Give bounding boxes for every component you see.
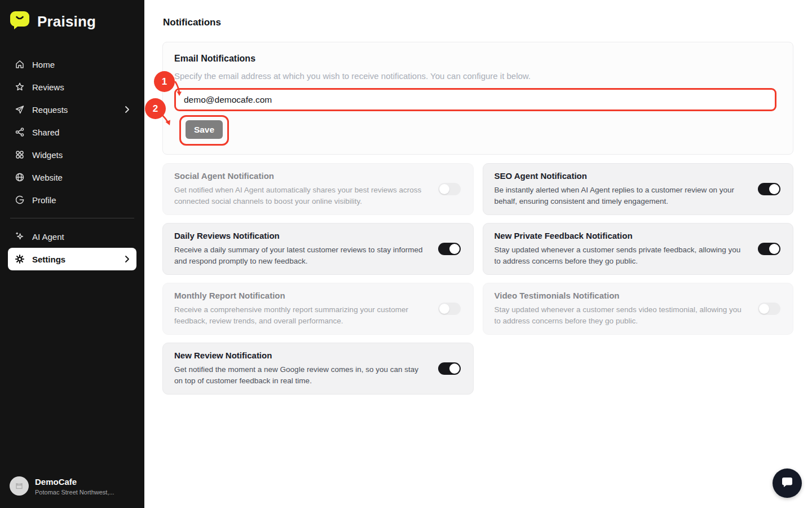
send-icon bbox=[15, 104, 25, 115]
brand-name: Praising bbox=[37, 13, 96, 30]
card-description: Get notified when AI Agent automatically… bbox=[174, 185, 425, 207]
card-description: Stay updated whenever a customer sends v… bbox=[495, 304, 745, 327]
video-testimonials-toggle[interactable] bbox=[758, 303, 780, 315]
sidebar-nav: Home Requests Reviews Requests Shared bbox=[0, 41, 144, 270]
card-description: Get notified the moment a new Google rev… bbox=[174, 364, 425, 387]
card-title: Social Agent Notification bbox=[174, 171, 425, 181]
card-description: Be instantly alerted when AI Agent repli… bbox=[495, 185, 745, 207]
sidebar-item-label: Settings bbox=[32, 255, 65, 264]
business-avatar bbox=[10, 476, 29, 496]
sidebar-item-ai-agent[interactable]: AI Agent bbox=[8, 225, 136, 248]
globe-icon bbox=[15, 172, 25, 182]
main-content: Notifications Email Notifications Specif… bbox=[144, 0, 812, 508]
sidebar: Praising Home Requests Reviews Requests bbox=[0, 0, 144, 508]
page-title: Notifications bbox=[162, 17, 793, 28]
seo-agent-toggle[interactable] bbox=[758, 183, 780, 195]
notification-card-seo-agent: SEO Agent Notification Be instantly aler… bbox=[483, 163, 794, 215]
sparkle-icon bbox=[15, 231, 25, 242]
google-icon bbox=[15, 195, 25, 205]
chat-launcher-button[interactable] bbox=[773, 468, 802, 498]
email-card-heading: Email Notifications bbox=[174, 54, 782, 64]
sidebar-item-label: Home bbox=[32, 60, 55, 69]
sidebar-item-label: Shared bbox=[32, 128, 59, 137]
home-icon bbox=[15, 59, 25, 69]
brand-logo-icon bbox=[10, 10, 31, 33]
card-title: SEO Agent Notification bbox=[495, 171, 745, 181]
email-card-description: Specify the email address at which you w… bbox=[174, 71, 782, 81]
sidebar-item-requests[interactable]: Requests bbox=[8, 98, 136, 121]
card-title: New Review Notification bbox=[174, 351, 425, 360]
card-title: Daily Reviews Notification bbox=[174, 231, 425, 240]
annotation-arrow-2-icon bbox=[160, 113, 174, 128]
business-name: DemoCafe bbox=[35, 477, 114, 487]
sidebar-item-label: Profile bbox=[32, 195, 56, 205]
share-icon bbox=[15, 127, 25, 137]
annotation-arrow-1-icon bbox=[172, 81, 186, 98]
sidebar-item-reviews[interactable]: Requests Reviews bbox=[8, 76, 136, 98]
save-button[interactable]: Save bbox=[186, 120, 223, 139]
card-title: New Private Feedback Notification bbox=[495, 231, 745, 240]
daily-reviews-toggle[interactable] bbox=[438, 243, 461, 255]
social-agent-toggle[interactable] bbox=[438, 183, 461, 195]
notification-card-social-agent: Social Agent Notification Get notified w… bbox=[162, 163, 474, 215]
card-description: Receive a daily summary of your latest c… bbox=[174, 244, 425, 267]
star-icon bbox=[15, 82, 25, 92]
business-profile[interactable]: DemoCafe Potomac Street Northwest,... bbox=[0, 466, 144, 508]
notification-card-new-private-feedback: New Private Feedback Notification Stay u… bbox=[483, 223, 794, 275]
sidebar-item-label: AI Agent bbox=[32, 232, 64, 242]
sidebar-item-widgets[interactable]: Widgets bbox=[8, 143, 136, 166]
sidebar-item-website[interactable]: Website bbox=[8, 166, 136, 189]
card-description: Receive a comprehensive monthly report s… bbox=[174, 304, 425, 327]
notification-card-new-review: New Review Notification Get notified the… bbox=[162, 343, 474, 395]
sidebar-item-label: Widgets bbox=[32, 150, 63, 160]
card-title: Monthly Report Notification bbox=[174, 291, 425, 300]
sidebar-item-label: Reviews bbox=[32, 82, 64, 92]
email-notifications-card: Email Notifications Specify the email ad… bbox=[162, 42, 793, 155]
new-review-toggle[interactable] bbox=[438, 362, 461, 375]
card-title: Video Testimonials Notification bbox=[495, 291, 745, 300]
sidebar-divider bbox=[10, 218, 134, 218]
card-description: Stay updated whenever a customer sends p… bbox=[495, 244, 745, 267]
notification-card-daily-reviews: Daily Reviews Notification Receive a dai… bbox=[162, 223, 474, 275]
chevron-right-icon bbox=[125, 255, 130, 263]
notification-card-monthly-report: Monthly Report Notification Receive a co… bbox=[162, 283, 474, 335]
sidebar-item-settings[interactable]: Settings bbox=[8, 248, 136, 270]
sidebar-item-profile[interactable]: Profile bbox=[8, 189, 136, 211]
sidebar-item-shared[interactable]: Shared bbox=[8, 121, 136, 143]
brand[interactable]: Praising bbox=[0, 0, 144, 41]
business-address: Potomac Street Northwest,... bbox=[35, 489, 114, 496]
email-input[interactable] bbox=[174, 88, 776, 111]
chat-bubble-icon bbox=[780, 475, 794, 491]
new-private-feedback-toggle[interactable] bbox=[758, 243, 780, 255]
sidebar-item-home[interactable]: Home bbox=[8, 53, 136, 76]
notification-toggles-grid: Social Agent Notification Get notified w… bbox=[162, 163, 793, 395]
chevron-right-icon bbox=[125, 106, 130, 113]
notification-card-video-testimonials: Video Testimonials Notification Stay upd… bbox=[483, 283, 794, 335]
gear-icon bbox=[15, 254, 25, 264]
sidebar-item-label: Requests bbox=[32, 105, 68, 115]
widgets-icon bbox=[15, 150, 25, 160]
sidebar-item-label: Website bbox=[32, 173, 63, 182]
monthly-report-toggle[interactable] bbox=[438, 303, 461, 315]
